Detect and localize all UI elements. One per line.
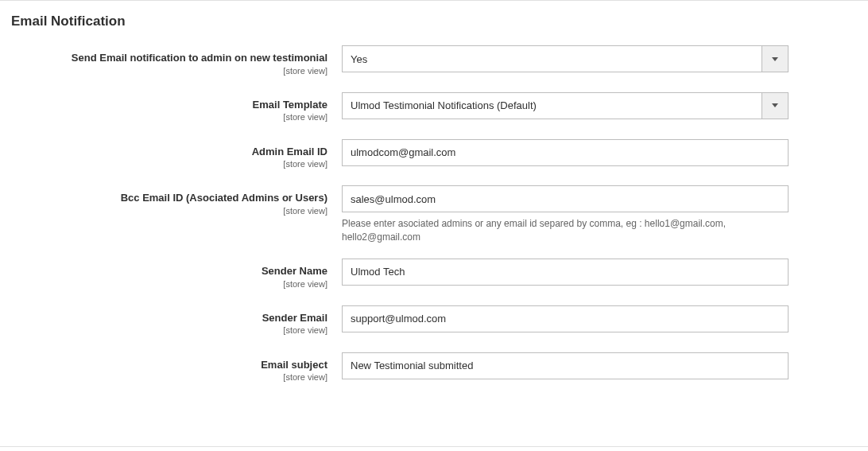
- bcc-email-id-input-col: Please enter asociated admins or any ema…: [342, 185, 789, 244]
- row-sender-name: Sender Name [store view]: [0, 259, 789, 290]
- row-sender-email: Sender Email [store view]: [0, 305, 789, 336]
- bcc-email-id-input[interactable]: [342, 185, 789, 212]
- row-send-email-notification: Send Email notification to admin on new …: [0, 45, 789, 76]
- admin-email-id-input-col: [342, 139, 789, 166]
- send-email-label-col: Send Email notification to admin on new …: [0, 45, 342, 76]
- row-email-template: Email Template [store view] Ulmod Testim…: [0, 92, 789, 123]
- sender-name-label-col: Sender Name [store view]: [0, 259, 342, 290]
- sender-email-scope: [store view]: [0, 325, 327, 336]
- admin-email-id-input[interactable]: [342, 139, 789, 166]
- sender-email-input[interactable]: [342, 305, 789, 332]
- chevron-down-icon: [761, 45, 789, 72]
- admin-email-id-label: Admin Email ID: [0, 146, 327, 158]
- sender-name-input-col: [342, 259, 789, 286]
- row-bcc-email-id: Bcc Email ID (Asociated Admins or Users)…: [0, 185, 789, 244]
- bcc-email-id-label-col: Bcc Email ID (Asociated Admins or Users)…: [0, 185, 342, 216]
- send-email-select-value: Yes: [342, 45, 761, 72]
- bcc-email-id-help: Please enter asociated admins or any ema…: [342, 217, 789, 244]
- sender-email-label: Sender Email: [0, 312, 327, 325]
- chevron-down-icon: [761, 92, 789, 119]
- sender-email-input-col: [342, 305, 789, 332]
- email-subject-label: Email subject: [0, 359, 327, 371]
- email-template-input-col: Ulmod Testimonial Notifications (Default…: [342, 92, 789, 119]
- send-email-input-col: Yes: [342, 45, 789, 72]
- email-template-select[interactable]: Ulmod Testimonial Notifications (Default…: [342, 92, 789, 119]
- row-admin-email-id: Admin Email ID [store view]: [0, 139, 789, 170]
- email-subject-input[interactable]: [342, 352, 789, 379]
- send-email-select[interactable]: Yes: [342, 45, 789, 72]
- email-subject-label-col: Email subject [store view]: [0, 352, 342, 383]
- sender-name-scope: [store view]: [0, 279, 327, 290]
- bcc-email-id-label: Bcc Email ID (Asociated Admins or Users): [0, 192, 327, 204]
- admin-email-id-label-col: Admin Email ID [store view]: [0, 139, 342, 170]
- send-email-label: Send Email notification to admin on new …: [0, 52, 327, 64]
- form-container: Send Email notification to admin on new …: [0, 45, 868, 383]
- admin-email-id-scope: [store view]: [0, 159, 327, 169]
- bcc-email-id-scope: [store view]: [0, 206, 327, 216]
- sender-name-label: Sender Name: [0, 265, 327, 278]
- row-email-subject: Email subject [store view]: [0, 352, 789, 383]
- send-email-scope: [store view]: [0, 66, 327, 76]
- email-template-select-value: Ulmod Testimonial Notifications (Default…: [342, 92, 761, 119]
- sender-name-input[interactable]: [342, 259, 789, 286]
- email-template-scope: [store view]: [0, 112, 327, 122]
- sender-email-label-col: Sender Email [store view]: [0, 305, 342, 336]
- email-subject-scope: [store view]: [0, 372, 327, 383]
- email-template-label: Email Template: [0, 99, 327, 111]
- email-subject-input-col: [342, 352, 789, 379]
- section-title: Email Notification: [0, 1, 868, 45]
- email-template-label-col: Email Template [store view]: [0, 92, 342, 123]
